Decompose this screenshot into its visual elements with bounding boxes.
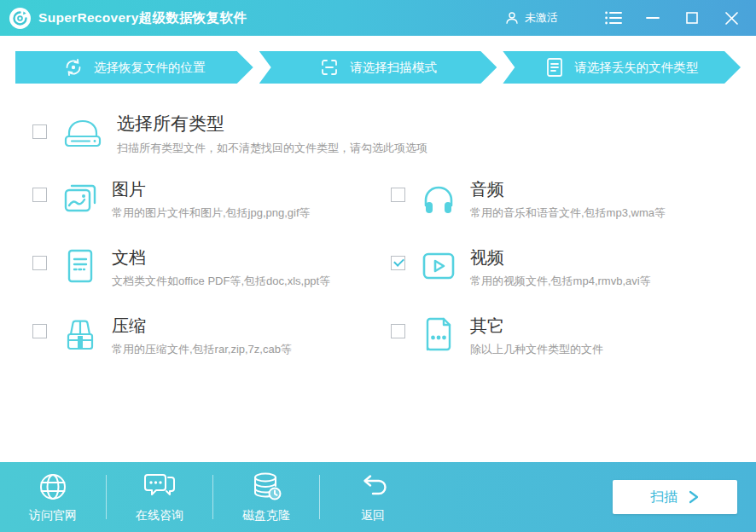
wizard-steps: 选择恢复文件的位置 请选择扫描模式 请选择丢失的文件类型 [15, 51, 741, 84]
file-type-description: 常用的压缩文件,包括rar,zip,7z,cab等 [112, 342, 292, 357]
recover-location-icon [63, 57, 84, 78]
return-icon [357, 471, 389, 503]
step-label: 选择恢复文件的位置 [94, 60, 206, 76]
scan-button[interactable]: 扫描 [613, 480, 737, 514]
archive-checkbox[interactable] [32, 324, 47, 338]
footer-actions: 访问官网 在线咨询 磁盘克隆 [0, 462, 426, 532]
globe-icon [37, 471, 69, 503]
disk-clone-icon [249, 471, 283, 503]
video-checkbox[interactable] [391, 256, 405, 270]
file-type-image[interactable]: 图片 常用的图片文件和图片,包括jpg,png,gif等 [32, 179, 391, 247]
file-type-selection: 选择所有类型 扫描所有类型文件，如不清楚找回的文件类型，请勾选此项选项 图片 常… [0, 84, 756, 462]
footer-toolbar: 访问官网 在线咨询 磁盘克隆 [0, 462, 756, 532]
close-button[interactable] [718, 5, 744, 31]
chevron-right-icon [688, 490, 700, 504]
audio-icon [419, 179, 458, 220]
file-type-description: 除以上几种文件类型的文件 [470, 342, 603, 357]
scan-button-label: 扫描 [650, 489, 677, 506]
file-type-description: 常用的音乐和语音文件,包括mp3,wma等 [470, 205, 666, 221]
footer-action-label: 访问官网 [29, 508, 77, 523]
footer-action-label: 在线咨询 [136, 508, 183, 523]
file-type-title: 音频 [470, 179, 666, 200]
file-type-title: 视频 [470, 247, 651, 269]
step-scan-mode: 请选择扫描模式 [259, 51, 497, 84]
file-type-title: 图片 [112, 179, 311, 200]
file-type-video[interactable]: 视频 常用的视频文件,包括mp4,rmvb,avi等 [391, 247, 749, 315]
footer-action-label: 返回 [361, 508, 385, 523]
visit-website-button[interactable]: 访问官网 [0, 462, 106, 532]
footer-action-label: 磁盘克隆 [242, 508, 290, 523]
scan-mode-icon [319, 57, 340, 78]
minimize-button[interactable] [640, 5, 666, 31]
file-type-description: 常用的图片文件和图片,包括jpg,png,gif等 [112, 205, 311, 221]
file-type-archive[interactable]: 压缩 常用的压缩文件,包括rar,zip,7z,cab等 [32, 315, 391, 384]
step-select-location: 选择恢复文件的位置 [15, 51, 253, 84]
titlebar: SuperRecovery超级数据恢复软件 未激活 [0, 0, 756, 36]
document-checkbox[interactable] [32, 256, 47, 270]
video-icon [419, 247, 458, 288]
file-type-icon [545, 57, 564, 78]
chat-icon [142, 471, 177, 503]
image-icon [61, 179, 100, 220]
drive-icon [59, 113, 107, 157]
back-button[interactable]: 返回 [320, 462, 426, 532]
document-icon [61, 247, 100, 288]
image-checkbox[interactable] [32, 188, 47, 202]
disk-clone-button[interactable]: 磁盘克隆 [213, 462, 319, 532]
step-file-type: 请选择丢失的文件类型 [503, 51, 741, 84]
audio-checkbox[interactable] [391, 188, 405, 202]
archive-icon [61, 315, 100, 356]
file-type-title: 压缩 [112, 315, 292, 337]
file-type-title: 其它 [470, 315, 603, 337]
file-type-description: 文档类文件如office PDF等,包括doc,xls,ppt等 [112, 274, 330, 289]
app-title: SuperRecovery超级数据恢复软件 [38, 9, 247, 27]
file-type-document[interactable]: 文档 文档类文件如office PDF等,包括doc,xls,ppt等 [32, 247, 391, 315]
user-icon [504, 10, 520, 26]
file-type-audio[interactable]: 音频 常用的音乐和语音文件,包括mp3,wma等 [391, 179, 749, 247]
file-type-title: 文档 [112, 247, 330, 269]
online-support-button[interactable]: 在线咨询 [107, 462, 212, 532]
app-logo-icon [9, 7, 32, 30]
other-checkbox[interactable] [391, 324, 405, 338]
file-type-other[interactable]: 其它 除以上几种文件类型的文件 [391, 315, 749, 384]
maximize-button[interactable] [679, 5, 705, 31]
file-type-grid: 图片 常用的图片文件和图片,包括jpg,png,gif等 音频 常用的音乐和语音… [32, 179, 756, 384]
select-all-title: 选择所有类型 [117, 113, 427, 135]
select-all-row[interactable]: 选择所有类型 扫描所有类型文件，如不清楚找回的文件类型，请勾选此项选项 [0, 84, 756, 157]
file-type-description: 常用的视频文件,包括mp4,rmvb,avi等 [470, 274, 651, 289]
step-label: 请选择丢失的文件类型 [574, 60, 698, 76]
select-all-description: 扫描所有类型文件，如不清楚找回的文件类型，请勾选此项选项 [117, 141, 427, 156]
step-label: 请选择扫描模式 [350, 60, 437, 76]
other-icon [419, 315, 458, 356]
select-all-checkbox[interactable] [32, 124, 47, 139]
activation-status[interactable]: 未激活 [504, 10, 558, 26]
menu-icon[interactable] [601, 5, 626, 31]
